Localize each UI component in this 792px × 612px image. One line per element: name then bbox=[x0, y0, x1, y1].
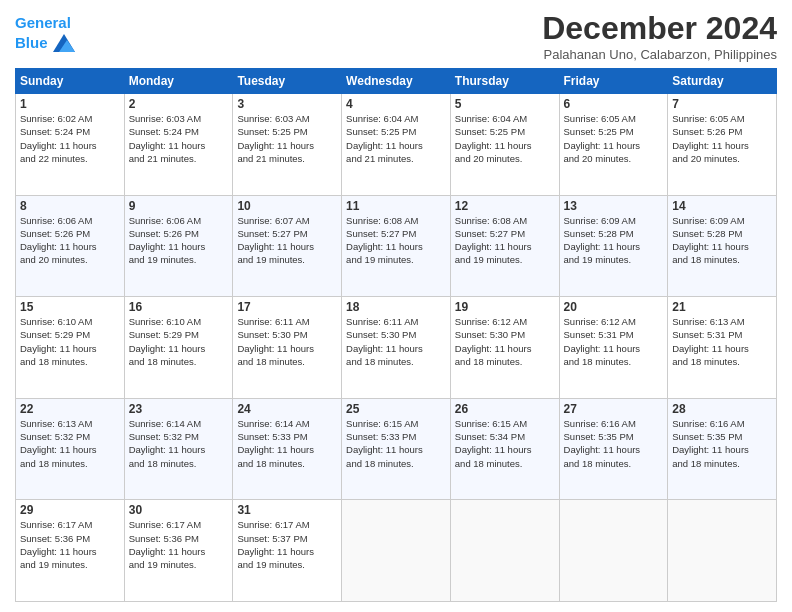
col-header-friday: Friday bbox=[559, 69, 668, 94]
cell-line: Daylight: 11 hours bbox=[237, 443, 337, 456]
calendar-cell: 24Sunrise: 6:14 AMSunset: 5:33 PMDayligh… bbox=[233, 398, 342, 500]
calendar-cell: 21Sunrise: 6:13 AMSunset: 5:31 PMDayligh… bbox=[668, 297, 777, 399]
calendar-cell: 5Sunrise: 6:04 AMSunset: 5:25 PMDaylight… bbox=[450, 94, 559, 196]
cell-line: and 18 minutes. bbox=[672, 355, 772, 368]
cell-line: Daylight: 11 hours bbox=[129, 342, 229, 355]
day-number: 7 bbox=[672, 97, 772, 111]
day-number: 9 bbox=[129, 199, 229, 213]
cell-line: Sunrise: 6:04 AM bbox=[455, 112, 555, 125]
cell-line: and 19 minutes. bbox=[564, 253, 664, 266]
cell-line: Sunset: 5:27 PM bbox=[237, 227, 337, 240]
cell-line: Sunset: 5:37 PM bbox=[237, 532, 337, 545]
day-number: 12 bbox=[455, 199, 555, 213]
cell-line: and 18 minutes. bbox=[672, 457, 772, 470]
day-number: 14 bbox=[672, 199, 772, 213]
cell-line: Sunset: 5:35 PM bbox=[564, 430, 664, 443]
cell-line: and 18 minutes. bbox=[564, 457, 664, 470]
calendar-cell: 3Sunrise: 6:03 AMSunset: 5:25 PMDaylight… bbox=[233, 94, 342, 196]
cell-line: and 18 minutes. bbox=[237, 355, 337, 368]
cell-line: and 21 minutes. bbox=[346, 152, 446, 165]
cell-line: Sunrise: 6:06 AM bbox=[129, 214, 229, 227]
cell-line: Daylight: 11 hours bbox=[346, 443, 446, 456]
cell-line: Sunrise: 6:04 AM bbox=[346, 112, 446, 125]
col-header-wednesday: Wednesday bbox=[342, 69, 451, 94]
day-number: 25 bbox=[346, 402, 446, 416]
day-number: 20 bbox=[564, 300, 664, 314]
cell-line: Sunrise: 6:15 AM bbox=[346, 417, 446, 430]
cell-line: and 19 minutes. bbox=[20, 558, 120, 571]
calendar-cell: 26Sunrise: 6:15 AMSunset: 5:34 PMDayligh… bbox=[450, 398, 559, 500]
cell-line: Daylight: 11 hours bbox=[20, 545, 120, 558]
calendar-cell: 30Sunrise: 6:17 AMSunset: 5:36 PMDayligh… bbox=[124, 500, 233, 602]
cell-line: Daylight: 11 hours bbox=[672, 240, 772, 253]
cell-line: Daylight: 11 hours bbox=[237, 240, 337, 253]
cell-line: Sunrise: 6:17 AM bbox=[237, 518, 337, 531]
calendar-cell: 13Sunrise: 6:09 AMSunset: 5:28 PMDayligh… bbox=[559, 195, 668, 297]
logo: General Blue bbox=[15, 14, 77, 54]
cell-line: and 18 minutes. bbox=[237, 457, 337, 470]
cell-line: and 20 minutes. bbox=[564, 152, 664, 165]
cell-line: Daylight: 11 hours bbox=[20, 342, 120, 355]
cell-line: Sunrise: 6:11 AM bbox=[237, 315, 337, 328]
cell-line: Sunset: 5:25 PM bbox=[346, 125, 446, 138]
cell-line: Daylight: 11 hours bbox=[20, 139, 120, 152]
calendar-cell: 31Sunrise: 6:17 AMSunset: 5:37 PMDayligh… bbox=[233, 500, 342, 602]
cell-line: and 19 minutes. bbox=[129, 558, 229, 571]
day-number: 3 bbox=[237, 97, 337, 111]
cell-line: Daylight: 11 hours bbox=[237, 139, 337, 152]
cell-line: Sunset: 5:29 PM bbox=[129, 328, 229, 341]
logo-icon bbox=[51, 32, 77, 54]
cell-line: and 18 minutes. bbox=[20, 355, 120, 368]
cell-line: Daylight: 11 hours bbox=[564, 240, 664, 253]
cell-line: Sunset: 5:25 PM bbox=[564, 125, 664, 138]
day-number: 6 bbox=[564, 97, 664, 111]
cell-line: and 21 minutes. bbox=[129, 152, 229, 165]
cell-line: Daylight: 11 hours bbox=[346, 240, 446, 253]
calendar-cell bbox=[342, 500, 451, 602]
cell-line: Sunset: 5:24 PM bbox=[129, 125, 229, 138]
cell-line: and 18 minutes. bbox=[455, 457, 555, 470]
calendar-cell: 28Sunrise: 6:16 AMSunset: 5:35 PMDayligh… bbox=[668, 398, 777, 500]
day-number: 27 bbox=[564, 402, 664, 416]
cell-line: and 18 minutes. bbox=[129, 457, 229, 470]
logo-blue: Blue bbox=[15, 34, 48, 52]
logo-text: General bbox=[15, 14, 77, 32]
cell-line: and 20 minutes. bbox=[20, 253, 120, 266]
cell-line: Daylight: 11 hours bbox=[129, 240, 229, 253]
day-number: 31 bbox=[237, 503, 337, 517]
cell-line: and 18 minutes. bbox=[346, 355, 446, 368]
day-number: 19 bbox=[455, 300, 555, 314]
page: General Blue December 2024 Palahanan Uno… bbox=[0, 0, 792, 612]
calendar-cell: 19Sunrise: 6:12 AMSunset: 5:30 PMDayligh… bbox=[450, 297, 559, 399]
cell-line: Sunset: 5:34 PM bbox=[455, 430, 555, 443]
cell-line: Daylight: 11 hours bbox=[672, 342, 772, 355]
cell-line: Daylight: 11 hours bbox=[346, 139, 446, 152]
cell-line: Daylight: 11 hours bbox=[672, 443, 772, 456]
calendar-cell: 14Sunrise: 6:09 AMSunset: 5:28 PMDayligh… bbox=[668, 195, 777, 297]
calendar-cell: 20Sunrise: 6:12 AMSunset: 5:31 PMDayligh… bbox=[559, 297, 668, 399]
day-number: 10 bbox=[237, 199, 337, 213]
col-header-monday: Monday bbox=[124, 69, 233, 94]
day-number: 28 bbox=[672, 402, 772, 416]
cell-line: Daylight: 11 hours bbox=[20, 240, 120, 253]
calendar-cell: 17Sunrise: 6:11 AMSunset: 5:30 PMDayligh… bbox=[233, 297, 342, 399]
cell-line: and 19 minutes. bbox=[237, 558, 337, 571]
calendar-cell: 16Sunrise: 6:10 AMSunset: 5:29 PMDayligh… bbox=[124, 297, 233, 399]
cell-line: Sunrise: 6:14 AM bbox=[129, 417, 229, 430]
day-number: 4 bbox=[346, 97, 446, 111]
cell-line: Sunset: 5:26 PM bbox=[129, 227, 229, 240]
cell-line: Daylight: 11 hours bbox=[564, 139, 664, 152]
col-header-saturday: Saturday bbox=[668, 69, 777, 94]
calendar-cell: 22Sunrise: 6:13 AMSunset: 5:32 PMDayligh… bbox=[16, 398, 125, 500]
cell-line: Sunrise: 6:11 AM bbox=[346, 315, 446, 328]
cell-line: Sunrise: 6:09 AM bbox=[672, 214, 772, 227]
cell-line: Sunset: 5:33 PM bbox=[237, 430, 337, 443]
day-number: 2 bbox=[129, 97, 229, 111]
cell-line: Daylight: 11 hours bbox=[455, 240, 555, 253]
month-title: December 2024 bbox=[542, 10, 777, 47]
cell-line: and 18 minutes. bbox=[346, 457, 446, 470]
logo-general: General bbox=[15, 14, 71, 31]
cell-line: and 18 minutes. bbox=[672, 253, 772, 266]
calendar-cell: 12Sunrise: 6:08 AMSunset: 5:27 PMDayligh… bbox=[450, 195, 559, 297]
day-number: 11 bbox=[346, 199, 446, 213]
